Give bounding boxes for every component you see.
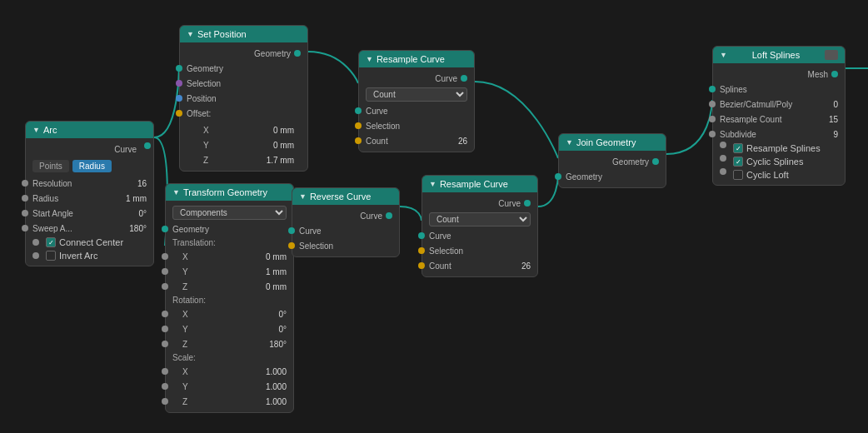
resample-curve2-count-socket[interactable] (418, 262, 425, 269)
loft-resample-splines-socket[interactable] (720, 142, 726, 148)
transform-rz-socket[interactable] (162, 341, 168, 347)
arc-body: Curve Points Radius Resolution 16 Radius… (26, 138, 153, 266)
loft-resample-splines-checkbox[interactable]: ✓ (733, 143, 743, 153)
set-position-header: ▼ Set Position (180, 26, 307, 42)
loft-splines-input-socket[interactable] (709, 86, 716, 92)
arc-chevron: ▼ (32, 126, 40, 134)
transform-scale-label: Scale: (166, 351, 293, 364)
transform-tx-row: X 0 mm (166, 249, 293, 264)
arc-resolution-socket[interactable] (22, 180, 28, 187)
loft-splines-output-socket[interactable] (831, 71, 838, 77)
set-pos-position-label: Position (187, 94, 301, 103)
set-pos-y-value: 0 mm (261, 141, 294, 150)
join-geometry-body: Geometry Geometry (559, 151, 666, 187)
arc-radius-socket[interactable] (22, 195, 28, 202)
join-geometry-title: Join Geometry (576, 137, 636, 147)
transform-geometry-dropdown[interactable]: Components Matrix (172, 206, 287, 220)
set-pos-offset-socket[interactable] (176, 110, 182, 117)
set-position-output-socket[interactable] (294, 50, 301, 57)
arc-sweep-value: 180° (113, 224, 147, 233)
loft-cyclic-loft-socket[interactable] (720, 168, 726, 175)
set-pos-x-row: X 0 mm (187, 122, 301, 137)
set-pos-y-label: Y (193, 141, 261, 150)
reverse-curve-selection-socket[interactable] (288, 242, 295, 249)
reverse-curve-selection-label: Selection (299, 241, 392, 251)
resample-curve2-selection-socket[interactable] (418, 247, 425, 254)
resample-curve1-curve-socket[interactable] (355, 107, 362, 114)
loft-resample-socket[interactable] (709, 116, 716, 122)
resample-curve2-dropdown[interactable]: Count Length Evaluated (429, 212, 531, 226)
transform-sz-value: 1.000 (253, 397, 287, 406)
arc-tab-radius[interactable]: Radius (72, 160, 112, 172)
transform-sz-socket[interactable] (162, 398, 168, 405)
reverse-curve-body: Curve Curve Selection (292, 205, 399, 256)
reverse-curve-chevron: ▼ (299, 192, 307, 201)
loft-cyclic-splines-label: Cyclic Splines (746, 157, 803, 167)
resample-curve1-selection-label: Selection (366, 122, 467, 131)
arc-start-value: 0° (113, 209, 147, 218)
set-pos-xyz: X 0 mm Y 0 mm Z 1.7 mm (180, 121, 307, 167)
join-geometry-output-socket[interactable] (652, 158, 659, 165)
resample-curve1-dropdown[interactable]: Count Length Evaluated (366, 87, 467, 102)
arc-invert-socket[interactable] (32, 252, 39, 259)
set-pos-geometry-row: Geometry (180, 61, 307, 76)
arc-output-label: Curve (32, 145, 137, 154)
set-pos-position-socket[interactable] (176, 95, 182, 102)
transform-ry-socket[interactable] (162, 326, 168, 332)
transform-rz-value: 180° (253, 340, 287, 349)
loft-subdivide-socket[interactable] (709, 131, 716, 137)
transform-tx-socket[interactable] (162, 253, 168, 260)
transform-ty-socket[interactable] (162, 268, 168, 275)
resample-curve2-selection-row: Selection (422, 243, 537, 258)
arc-output-socket[interactable] (144, 142, 151, 149)
resample-curve1-selection-socket[interactable] (355, 122, 362, 129)
reverse-curve-curve-socket[interactable] (288, 227, 295, 234)
join-geometry-geo-socket[interactable] (555, 173, 561, 180)
transform-sx-socket[interactable] (162, 368, 168, 375)
arc-resolution-label: Resolution (32, 179, 113, 188)
resample-curve2-curve-socket[interactable] (418, 232, 425, 239)
resample-curve1-output-socket[interactable] (461, 75, 467, 82)
loft-resample-value: 15 (805, 115, 838, 124)
resample-curve1-curve-label: Curve (366, 107, 467, 116)
arc-sweep-socket[interactable] (22, 225, 28, 231)
arc-resolution-value: 16 (113, 179, 147, 188)
resample-curve1-body: Curve Count Length Evaluated Curve Selec… (359, 67, 474, 152)
loft-resample-label: Resample Count (720, 115, 805, 124)
arc-start-label: Start Angle (32, 209, 113, 218)
transform-rx-socket[interactable] (162, 311, 168, 317)
arc-invert-checkbox[interactable] (46, 251, 56, 261)
resample-curve2-output-socket[interactable] (524, 200, 531, 207)
arc-sweep-row: Sweep A... 180° (26, 221, 153, 236)
transform-tz-row: Z 0 mm (166, 279, 293, 294)
resample-curve2-body: Curve Count Length Evaluated Curve Selec… (422, 192, 537, 276)
arc-start-socket[interactable] (22, 210, 28, 216)
loft-bezier-socket[interactable] (709, 101, 716, 107)
loft-cyclic-splines-socket[interactable] (720, 155, 726, 162)
arc-sweep-label: Sweep A... (32, 224, 113, 233)
loft-subdivide-row: Subdivide 9 (713, 127, 845, 142)
transform-tz-socket[interactable] (162, 283, 168, 290)
arc-node: ▼ Arc Curve Points Radius Resolution 16 … (25, 121, 154, 266)
resample-curve2-title: Resample Curve (440, 179, 508, 189)
transform-translation-label: Translation: (166, 236, 293, 249)
arc-tab-points[interactable]: Points (32, 160, 69, 172)
transform-geometry-geo-socket[interactable] (162, 226, 168, 232)
arc-connect-socket[interactable] (32, 239, 39, 246)
arc-connect-checkbox[interactable]: ✓ (46, 237, 56, 247)
transform-sy-socket[interactable] (162, 383, 168, 390)
resample-curve1-count-socket[interactable] (355, 137, 362, 144)
loft-cyclic-splines-checkbox[interactable]: ✓ (733, 157, 743, 167)
set-pos-selection-label: Selection (187, 79, 301, 88)
transform-ty-row: Y 1 mm (166, 264, 293, 279)
loft-cyclic-loft-checkbox[interactable] (733, 170, 743, 180)
resample-curve2-output-label: Curve (429, 199, 521, 208)
set-position-output-label: Geometry (187, 49, 291, 58)
transform-rotation-label: Rotation: (166, 294, 293, 306)
set-pos-geometry-socket[interactable] (176, 65, 182, 72)
set-pos-x-label: X (193, 126, 261, 135)
set-pos-selection-socket[interactable] (176, 80, 182, 87)
reverse-curve-output-socket[interactable] (386, 212, 392, 219)
transform-sz-row: Z 1.000 (166, 394, 293, 409)
resample-curve1-node: ▼ Resample Curve Curve Count Length Eval… (358, 50, 475, 152)
